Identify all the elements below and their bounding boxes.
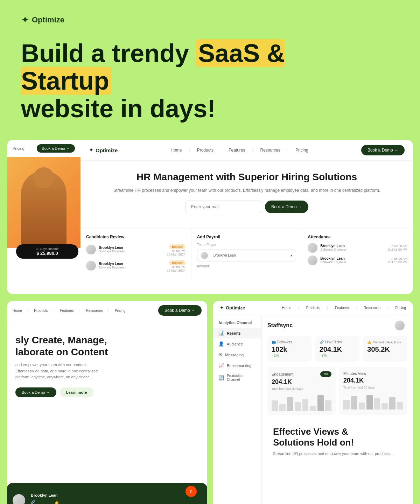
metric-content-label: 👍 Content interactions: [367, 340, 403, 344]
production-icon: 🔄: [218, 375, 224, 380]
app-bar-avatar: [13, 494, 25, 504]
candidates-card: Candidates Review Brooklyn Lean Software…: [80, 229, 191, 281]
payroll-card: Add Payroll Team Player Brooklyn Lean ▾ …: [191, 229, 302, 281]
attendance-2: Brooklyn Lean Software Engineer In 08:00…: [308, 255, 407, 265]
metrics-row: 👥 Followers 102k - 1% 🔗 Link Clicks 204.…: [267, 336, 407, 362]
br-logo: ✦ Optimize: [220, 305, 245, 310]
booked-badge-1: Booked: [169, 244, 186, 249]
attendance-card: Attendance Brooklyn Lean Software Engine…: [302, 229, 413, 281]
analytics-avatar: [395, 321, 405, 330]
inner-logo: ✦ Optimize: [89, 147, 118, 153]
book-demo-small-button[interactable]: Book a Demo →: [37, 144, 75, 153]
nav-resources-br[interactable]: Resources: [364, 306, 380, 310]
app-bar-info: Brooklyn Lean 🔗 Link Clicks 👍 Content In…: [31, 493, 86, 504]
learn-more-button[interactable]: Learn more: [60, 387, 93, 397]
nav-pricing[interactable]: Pricing: [295, 148, 308, 153]
content-title: sly Create, Manage,laborate on Content: [15, 334, 199, 358]
nav-features-br[interactable]: Features: [335, 306, 349, 310]
sidebar-messaging[interactable]: ✉ Messaging: [213, 349, 261, 360]
effective-sub: Streamline HR processes and empower your…: [273, 451, 402, 457]
candidate-2: Brooklyn Lean Software Engineer Booked 0…: [86, 259, 186, 272]
email-form: Book a Demo →: [108, 201, 385, 213]
effective-title: Effective Views &Solutions Hold on!: [273, 426, 402, 448]
attendance-1: Brooklyn Lean Software Engineer In 08:00…: [308, 243, 407, 253]
top-left-nav: Pricing Book a Demo →: [7, 140, 80, 157]
card-bottom-left: Home | Products | Features | Resources |…: [7, 301, 207, 504]
minutes-bar-chart: [343, 392, 403, 410]
attendance-info-1: Brooklyn Lean Software Engineer: [320, 244, 388, 251]
inner-nav-links: Home | Products | Features | Resources |…: [171, 148, 308, 153]
avatar: [308, 255, 317, 265]
app-bar-stats: 🔗 Link Clicks 👍 Content Interactions: [31, 500, 86, 504]
content-interactions-stat: 👍 Content Interactions: [55, 500, 86, 504]
br-nav-links: Home | Products | Features | Resources |…: [282, 306, 406, 310]
attendance-info-2: Brooklyn Lean Software Engineer: [320, 257, 388, 264]
minutes-card: Minutes View 204.1K Total from last 30 d…: [339, 367, 407, 415]
sidebar-results[interactable]: 📊 Results: [213, 328, 261, 338]
hr-hero-title: HR Management with Superior Hiring Solut…: [108, 171, 385, 183]
nav-products-bl[interactable]: Products: [34, 309, 48, 313]
analytics-header: Staffsync: [267, 321, 407, 330]
book-demo-cta-button[interactable]: Book a Demo →: [15, 387, 56, 397]
nav-features-bl[interactable]: Features: [60, 309, 74, 313]
candidate-1: Brooklyn Lean Software Engineer Booked 0…: [86, 243, 186, 256]
card-bottom-right: ✦ Optimize Home | Products | Features | …: [213, 301, 413, 504]
engagement-card: Engagement On 204.1K Total from last 30 …: [267, 367, 336, 415]
analytics-sidebar: Analytics Channel 📊 Results 👤 Audience ✉…: [213, 315, 262, 504]
metric-followers: 👥 Followers 102k - 1%: [267, 336, 312, 362]
cards-row: Candidates Review Brooklyn Lean Software…: [80, 229, 413, 281]
email-input[interactable]: [185, 201, 262, 213]
hero-section: ✦ Optimize Build a trendy SaaS & Startup…: [0, 0, 420, 130]
metric-link-clicks: 🔗 Link Clicks 204.1K - 9%: [315, 336, 360, 362]
nav-pricing-bl[interactable]: Pricing: [115, 309, 126, 313]
avatar: [308, 243, 317, 253]
logo-icon: ✦: [21, 14, 29, 26]
sidebar-production[interactable]: 🔄 Production Channel: [213, 371, 261, 384]
nav-home-bl[interactable]: Home: [13, 309, 22, 313]
results-icon: 📊: [218, 330, 224, 336]
card-top-right: ✦ Optimize Home | Products | Features | …: [80, 140, 413, 294]
income-badge: 30 Days Income $ 25,980.0: [16, 244, 78, 259]
nav-home-br[interactable]: Home: [282, 306, 292, 310]
nav-features[interactable]: Features: [229, 148, 245, 153]
benchmarking-icon: 📈: [218, 363, 224, 368]
nav-products[interactable]: Products: [197, 148, 214, 153]
nav-resources[interactable]: Resources: [260, 148, 280, 153]
link-clicks-stat: 🔗 Link Clicks: [31, 500, 48, 504]
sidebar-audience[interactable]: 👤 Audience: [213, 338, 261, 349]
nav-resources-bl[interactable]: Resources: [86, 309, 103, 313]
nav-home[interactable]: Home: [171, 148, 182, 153]
logo: ✦ Optimize: [21, 14, 399, 26]
nav-products-br[interactable]: Products: [306, 306, 320, 310]
candidate-info-1: Brooklyn Lean Software Engineer: [99, 246, 167, 253]
analytics-main: Staffsync 👥 Followers 102k - 1%: [262, 315, 413, 504]
metric-followers-label: 👥 Followers: [272, 340, 308, 344]
metric-content: 👍 Content interactions 305.2K ↓: [363, 336, 407, 362]
screenshots-bottom-row: Home | Products | Features | Resources |…: [0, 294, 420, 504]
screenshots-top-row: Pricing Book a Demo → Dec'23 See All 48%: [0, 130, 420, 294]
book-demo-main-button[interactable]: Book a Demo →: [361, 145, 405, 155]
effective-section: Effective Views &Solutions Hold on! Stre…: [267, 421, 407, 462]
metric-link-label: 🔗 Link Clicks: [320, 340, 356, 344]
hr-hero-sub: Streamline HR processes and empower your…: [108, 187, 385, 194]
cta-buttons: Book a Demo → Learn more: [15, 387, 199, 397]
book-demo-form-button[interactable]: Book a Demo →: [265, 201, 308, 213]
bottom-left-nav: Home | Products | Features | Resources |…: [7, 301, 207, 320]
logo-text: Optimize: [32, 15, 64, 24]
bottom-right-nav: ✦ Optimize Home | Products | Features | …: [213, 301, 413, 315]
payroll-select[interactable]: Brooklyn Lean ▾: [197, 250, 296, 261]
engagement-toggle[interactable]: On: [320, 371, 331, 377]
hero-title: Build a trendy SaaS & Startupwebsite in …: [21, 40, 301, 123]
candidate-info-2: Brooklyn Lean Software Engineer: [99, 262, 167, 269]
sidebar-benchmarking[interactable]: 📈 Benchmarking: [213, 360, 261, 371]
nav-pricing-br[interactable]: Pricing: [395, 306, 406, 310]
card-top-left: Pricing Book a Demo → Dec'23 See All 48%: [7, 140, 80, 294]
content-hero: sly Create, Manage,laborate on Content a…: [7, 320, 207, 404]
payroll-avatar: [201, 252, 208, 259]
book-demo-bl-button[interactable]: Book a Demo →: [158, 305, 202, 316]
engagement-bar-chart: [272, 393, 331, 411]
person-image: Dec'23 See All 48% Remaining Budget: [7, 157, 80, 248]
avatar: [86, 245, 96, 254]
bottom-nav-links: Home | Products | Features | Resources |…: [13, 309, 125, 313]
audience-icon: 👤: [218, 341, 224, 346]
